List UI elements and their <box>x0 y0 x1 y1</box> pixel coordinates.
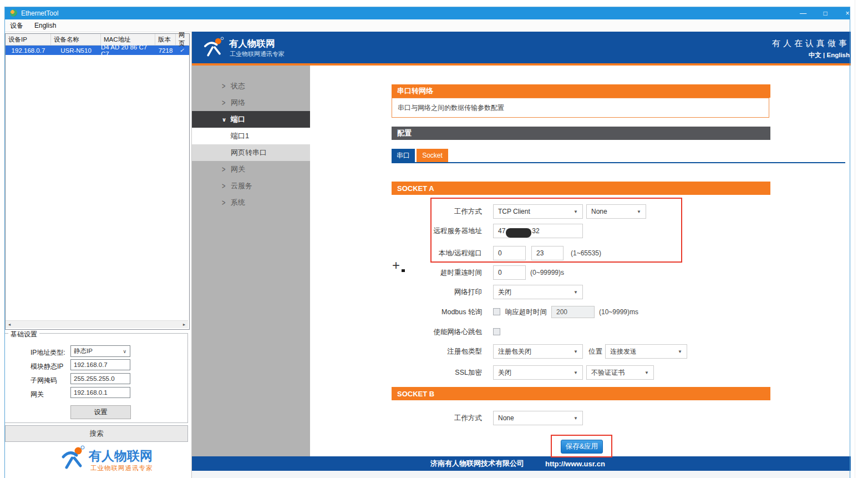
ports-hint: (1~65535) <box>571 246 601 260</box>
static-ip-field[interactable]: 192.168.0.7 <box>70 359 130 370</box>
ssl-label: SSL加密 <box>392 365 482 380</box>
web-config-view: 有人物联网 工业物联网通讯专家 有人在认真做事 中文 | English > 状… <box>191 32 851 478</box>
modbus-timeout-label: 响应超时时间 <box>505 305 547 319</box>
tab-serial[interactable]: 串口 <box>392 149 415 162</box>
config-banner: 配置 <box>392 127 770 140</box>
col-version[interactable]: 版本 <box>155 34 176 46</box>
usr-header-logo-icon <box>203 37 226 59</box>
footer-padding <box>192 471 851 478</box>
sidebar-item-gateway[interactable]: > 网关 <box>192 161 310 178</box>
modbus-checkbox[interactable] <box>493 308 500 315</box>
col-device-name[interactable]: 设备名称 <box>51 34 101 46</box>
crop-cursor-icon: + <box>392 259 409 276</box>
usr-logo-icon <box>61 445 87 472</box>
window-title: EthernetTool <box>21 9 58 17</box>
socket-a-banner: SOCKET A <box>392 182 770 195</box>
reg-packet-select[interactable]: 注册包关闭 ▼ <box>493 344 583 359</box>
work-mode-label: 工作方式 <box>392 204 482 219</box>
reg-packet-pos-select[interactable]: 连接发送 ▼ <box>605 344 687 359</box>
basic-settings-legend: 基础设置 <box>8 330 39 339</box>
col-device-ip[interactable]: 设备IP <box>6 34 51 46</box>
dropdown-arrow-icon: ▼ <box>573 349 578 354</box>
sidebar-item-port1[interactable]: 端口1 <box>192 128 310 144</box>
chevron-right-icon: > <box>222 98 225 107</box>
chevron-down-icon: ∨ <box>123 349 126 354</box>
dropdown-arrow-icon: ▼ <box>573 416 578 421</box>
close-icon[interactable]: × <box>836 7 859 19</box>
remote-addr-label: 远程服务器地址 <box>392 224 482 238</box>
cell-version: 7218 <box>155 46 176 55</box>
horizontal-scrollbar[interactable]: ◄ ► <box>6 320 188 328</box>
local-port-input[interactable]: 0 <box>493 246 526 260</box>
ssl-verify-select[interactable]: 不验证证书 ▼ <box>586 365 654 380</box>
scroll-left-icon[interactable]: ◄ <box>6 321 13 328</box>
net-print-select[interactable]: 关闭 ▼ <box>493 285 583 299</box>
reconnect-hint: (0~99999)s <box>530 265 564 280</box>
remote-addr-input[interactable]: 4732 <box>493 224 583 238</box>
usr-logo-title: 有人物联网 <box>89 447 153 465</box>
chevron-right-icon: > <box>222 182 225 190</box>
col-webpage[interactable]: 网页 <box>176 34 188 46</box>
menu-device[interactable]: 设备 <box>4 19 29 32</box>
ip-type-value: 静态IP <box>74 347 93 355</box>
footer-url[interactable]: http://www.usr.cn <box>545 460 605 468</box>
chevron-right-icon: > <box>222 198 225 207</box>
table-row[interactable]: 192.168.0.7 USR-N510 D4 AD 20 86 C7 C7 7… <box>6 46 189 55</box>
modbus-hint: (10~9999)ms <box>599 305 638 319</box>
heartbeat-label: 使能网络心跳包 <box>392 325 482 339</box>
web-brand-name: 有人物联网 <box>229 38 275 50</box>
remote-port-input[interactable]: 23 <box>531 246 564 260</box>
tab-underline <box>392 162 845 163</box>
desktop-divider <box>855 0 855 478</box>
gateway-field[interactable]: 192.168.0.1 <box>70 387 130 398</box>
page-title-banner: 串口转网络 <box>392 84 770 98</box>
work-mode-option-select[interactable]: None ▼ <box>586 204 646 219</box>
scroll-right-icon[interactable]: ► <box>180 321 188 328</box>
ports-label: 本地/远程端口 <box>392 246 482 260</box>
gateway-label: 网关 <box>31 390 44 399</box>
search-button[interactable]: 搜索 <box>5 425 188 442</box>
set-button[interactable]: 设置 <box>70 405 131 419</box>
sidebar-item-cloud[interactable]: > 云服务 <box>192 178 310 194</box>
subnet-mask-label: 子网掩码 <box>31 376 57 385</box>
sidebar-item-network[interactable]: > 网络 <box>192 94 310 111</box>
work-mode-select[interactable]: TCP Client ▼ <box>493 204 583 219</box>
maximize-icon[interactable]: □ <box>814 7 836 19</box>
reg-packet-label: 注册包类型 <box>392 344 482 359</box>
reconnect-input[interactable]: 0 <box>493 265 526 280</box>
window-controls: — □ × <box>792 7 859 19</box>
sidebar-item-status[interactable]: > 状态 <box>192 78 310 94</box>
web-header <box>192 32 851 63</box>
heartbeat-checkbox[interactable] <box>493 328 500 335</box>
modbus-label: Modbus 轮询 <box>392 305 482 319</box>
minimize-icon[interactable]: — <box>792 7 814 19</box>
static-ip-label: 模块静态IP <box>31 362 63 371</box>
modbus-timeout-input: 200 <box>551 306 595 318</box>
cell-device-ip: 192.168.0.7 <box>6 46 51 55</box>
header-motto: 有人在认真做事 <box>772 38 850 49</box>
app-icon <box>10 9 17 17</box>
chevron-right-icon: > <box>222 165 225 174</box>
socket-b-banner: SOCKET B <box>392 387 770 400</box>
subnet-mask-field[interactable]: 255.255.255.0 <box>70 373 130 384</box>
ip-type-select[interactable]: 静态IP ∨ <box>70 345 130 357</box>
dropdown-arrow-icon: ▼ <box>573 370 578 375</box>
webpage-link-icon[interactable]: ✓ <box>176 46 188 55</box>
language-switch[interactable]: 中文 | English <box>809 51 850 59</box>
save-apply-button[interactable]: 保存&应用 <box>561 440 603 454</box>
sidebar-item-system[interactable]: > 系统 <box>192 194 310 211</box>
footer-company: 济南有人物联网技术有限公司 <box>430 459 524 469</box>
sidebar-item-web2serial[interactable]: 网页转串口 <box>192 144 310 161</box>
web-brand-slogan: 工业物联网通讯专家 <box>230 50 285 58</box>
dropdown-arrow-icon: ▼ <box>573 290 578 295</box>
sidebar-item-port[interactable]: ∨ 端口 <box>192 111 310 128</box>
dropdown-arrow-icon: ▼ <box>644 370 649 375</box>
ssl-select[interactable]: 关闭 ▼ <box>493 365 583 380</box>
tab-socket[interactable]: Socket <box>417 149 448 162</box>
socket-b-work-mode-select[interactable]: None ▼ <box>493 411 583 425</box>
cell-mac: D4 AD 20 86 C7 C7 <box>101 46 155 55</box>
redaction-blob <box>506 228 531 238</box>
web-footer: 济南有人物联网技术有限公司 http://www.usr.cn <box>192 456 851 471</box>
chevron-down-icon: ∨ <box>222 117 226 123</box>
menu-english[interactable]: English <box>29 19 62 32</box>
